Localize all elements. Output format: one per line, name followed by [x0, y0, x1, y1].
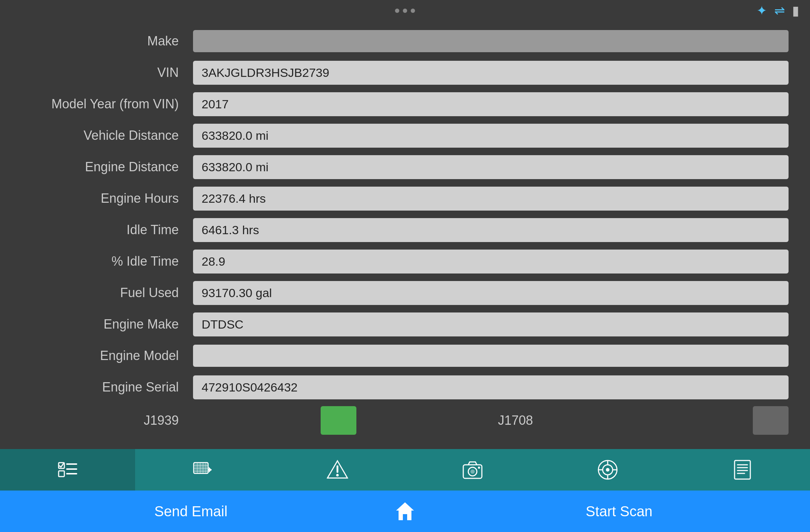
j1708-toggle[interactable]	[753, 406, 789, 435]
camera-icon	[462, 459, 483, 481]
form-area: Make VIN 3AKJGLDR3HSJB2739 Model Year (f…	[0, 21, 810, 448]
model-year-label: Model Year (from VIN)	[21, 97, 193, 112]
top-dots	[395, 9, 415, 13]
svg-point-23	[470, 469, 475, 474]
top-bar: ✦ ⇌ ▮	[0, 0, 810, 21]
pct-idle-time-label: % Idle Time	[21, 254, 193, 269]
checklist-icon	[57, 459, 78, 481]
fuel-used-label: Fuel Used	[21, 285, 193, 300]
tire-icon	[597, 459, 618, 481]
engine-serial-value: 472910S0426432	[193, 375, 789, 399]
model-year-value: 2017	[193, 92, 789, 116]
nav-tire[interactable]	[540, 449, 675, 491]
toggle-left	[193, 406, 484, 435]
diagnostics-icon	[192, 459, 213, 481]
home-button[interactable]	[382, 491, 428, 532]
nav-camera[interactable]	[405, 449, 540, 491]
svg-rect-32	[735, 460, 750, 479]
bottom-action-bar: Send Email Start Scan	[0, 491, 810, 532]
nav-warning[interactable]	[270, 449, 405, 491]
engine-make-value: DTDSC	[193, 312, 789, 336]
send-email-button[interactable]: Send Email	[0, 491, 382, 532]
model-year-row: Model Year (from VIN) 2017	[21, 92, 789, 117]
fuel-used-row: Fuel Used 93170.30 gal	[21, 280, 789, 305]
engine-make-label: Engine Make	[21, 317, 193, 332]
vehicle-distance-row: Vehicle Distance 633820.0 mi	[21, 123, 789, 148]
engine-model-label: Engine Model	[21, 348, 193, 363]
engine-distance-row: Engine Distance 633820.0 mi	[21, 154, 789, 179]
j1708-label-area: J1708	[484, 406, 789, 435]
toggle-area: J1708	[193, 406, 789, 435]
svg-point-20	[336, 474, 339, 477]
engine-hours-row: Engine Hours 22376.4 hrs	[21, 186, 789, 211]
start-scan-button[interactable]: Start Scan	[428, 491, 810, 532]
home-icon	[394, 501, 416, 522]
vehicle-distance-value: 633820.0 mi	[193, 124, 789, 148]
fuel-used-value: 93170.30 gal	[193, 281, 789, 305]
bluetooth-icon: ✦	[756, 3, 767, 18]
top-right-icons: ✦ ⇌ ▮	[756, 3, 799, 18]
pct-idle-time-row: % Idle Time 28.9	[21, 249, 789, 274]
make-value[interactable]	[193, 30, 789, 52]
engine-serial-row: Engine Serial 472910S0426432	[21, 375, 789, 400]
svg-point-27	[606, 468, 609, 472]
nav-checklist[interactable]	[0, 449, 135, 491]
engine-hours-label: Engine Hours	[21, 191, 193, 206]
j1939-toggle[interactable]	[321, 406, 356, 435]
battery-icon: ▮	[792, 3, 799, 18]
dot-3	[411, 9, 415, 13]
make-label: Make	[21, 34, 193, 49]
report-icon	[732, 459, 753, 481]
vin-value: 3AKJGLDR3HSJB2739	[193, 61, 789, 85]
j1939-label: J1939	[21, 413, 193, 428]
warning-icon	[327, 459, 348, 481]
signal-icon: ⇌	[774, 3, 785, 18]
vin-label: VIN	[21, 65, 193, 80]
svg-line-2	[61, 463, 64, 467]
svg-marker-37	[396, 502, 414, 520]
idle-time-label: Idle Time	[21, 222, 193, 237]
pct-idle-time-value: 28.9	[193, 250, 789, 274]
bottom-nav	[0, 449, 810, 491]
vehicle-distance-label: Vehicle Distance	[21, 128, 193, 143]
svg-rect-5	[59, 471, 64, 477]
engine-distance-value: 633820.0 mi	[193, 155, 789, 179]
svg-point-24	[478, 467, 480, 469]
make-row: Make	[21, 29, 789, 54]
engine-model-row: Engine Model	[21, 343, 789, 368]
engine-hours-value: 22376.4 hrs	[193, 187, 789, 211]
nav-report[interactable]	[675, 449, 810, 491]
nav-diagnostics[interactable]	[135, 449, 270, 491]
dot-1	[395, 9, 399, 13]
engine-serial-label: Engine Serial	[21, 380, 193, 395]
toggle-row: J1939 J1708	[21, 406, 789, 435]
idle-time-value: 6461.3 hrs	[193, 218, 789, 242]
idle-time-row: Idle Time 6461.3 hrs	[21, 217, 789, 242]
vin-row: VIN 3AKJGLDR3HSJB2739	[21, 60, 789, 85]
engine-make-row: Engine Make DTDSC	[21, 312, 789, 337]
engine-distance-label: Engine Distance	[21, 159, 193, 174]
dot-2	[403, 9, 407, 13]
engine-model-value	[193, 345, 789, 367]
j1708-label: J1708	[498, 413, 533, 428]
